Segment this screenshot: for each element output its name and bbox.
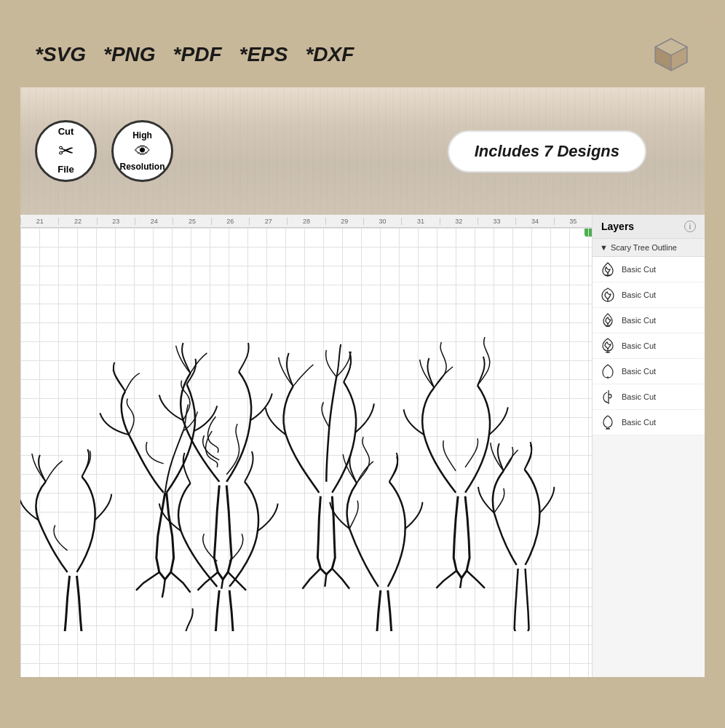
tree-canvas-svg xyxy=(20,274,592,631)
layer-label: Basic Cut xyxy=(622,316,656,325)
header-bar: *SVG *PNG *PDF *EPS *DXF xyxy=(20,22,705,87)
tree-drawings xyxy=(20,228,592,677)
layer-group-header[interactable]: ▼ Scary Tree Outline xyxy=(593,239,705,257)
info-icon[interactable]: i xyxy=(684,221,696,232)
layer-thumb-icon xyxy=(600,338,616,354)
box-3d-icon xyxy=(652,36,690,74)
list-item[interactable]: Basic Cut xyxy=(593,359,705,384)
triangle-icon: ▼ xyxy=(600,243,608,252)
list-item[interactable]: Basic Cut xyxy=(593,333,705,359)
ruler: 21 22 23 24 25 26 27 28 29 30 31 32 33 3… xyxy=(20,215,592,228)
wood-banner: Cut ✂ File High 👁 Resolution Includes 7 … xyxy=(20,87,705,215)
outer-frame: *SVG *PNG *PDF *EPS *DXF Cut ✂ File xyxy=(13,15,712,713)
layer-thumb-icon xyxy=(600,287,616,303)
format-dxf: *DXF xyxy=(305,43,354,66)
layer-thumb-icon xyxy=(600,389,616,405)
layer-thumb-icon xyxy=(600,363,616,379)
scissors-icon: ✂ xyxy=(58,140,74,162)
format-png: *PNG xyxy=(103,43,156,66)
panel-header: Layers i xyxy=(593,215,705,239)
list-item[interactable]: Basic Cut xyxy=(593,384,705,410)
layer-label: Basic Cut xyxy=(622,418,656,427)
ruler-mark: 21 xyxy=(20,218,58,225)
tree-4 xyxy=(404,337,508,588)
cut-label-top: Cut xyxy=(58,126,74,138)
layer-thumb-icon xyxy=(600,261,616,277)
high-res-badge: High 👁 Resolution xyxy=(111,120,173,182)
ruler-mark: 28 xyxy=(287,218,325,225)
tree-6 xyxy=(159,451,278,631)
high-res-label-top: High xyxy=(132,130,152,142)
list-item[interactable]: Basic Cut xyxy=(593,308,705,333)
footer-bar xyxy=(20,677,705,706)
high-res-label-bottom: Resolution xyxy=(120,161,165,173)
main-content: Cut ✂ File High 👁 Resolution Includes 7 … xyxy=(20,87,705,677)
tree-8 xyxy=(478,442,554,631)
layer-label: Basic Cut xyxy=(622,265,656,274)
ruler-mark: 35 xyxy=(554,218,592,225)
tree-5 xyxy=(20,449,111,631)
format-pdf: *PDF xyxy=(173,43,222,66)
layer-label: Basic Cut xyxy=(622,290,656,299)
tree-1 xyxy=(100,358,217,597)
list-item[interactable]: Basic Cut xyxy=(593,257,705,282)
list-item[interactable]: Basic Cut xyxy=(593,282,705,308)
tree-3 xyxy=(266,344,374,588)
ruler-mark: 30 xyxy=(363,218,401,225)
ruler-mark: 22 xyxy=(58,218,96,225)
ruler-mark: 32 xyxy=(440,218,478,225)
tree-2 xyxy=(159,342,272,590)
side-panel: Layers i ▼ Scary Tree Outline Basic Cut xyxy=(592,215,705,677)
group-name: Scary Tree Outline xyxy=(611,243,677,252)
ruler-mark: 29 xyxy=(325,218,363,225)
list-item[interactable]: Basic Cut xyxy=(593,410,705,435)
grid-canvas: 21 22 23 24 25 26 27 28 29 30 31 32 33 3… xyxy=(20,215,592,677)
canvas-area: 21 22 23 24 25 26 27 28 29 30 31 32 33 3… xyxy=(20,215,705,677)
format-labels: *SVG *PNG *PDF *EPS *DXF xyxy=(35,43,354,66)
ruler-mark: 31 xyxy=(401,218,439,225)
ruler-mark: 24 xyxy=(135,218,173,225)
ruler-mark: 27 xyxy=(249,218,287,225)
layer-label: Basic Cut xyxy=(622,392,656,401)
cut-label-bottom: File xyxy=(58,164,74,176)
includes-badge: Includes 7 Designs xyxy=(448,130,646,173)
ruler-marks: 21 22 23 24 25 26 27 28 29 30 31 32 33 3… xyxy=(20,218,592,225)
layer-label: Basic Cut xyxy=(622,367,656,376)
tree-7 xyxy=(330,437,422,631)
ruler-mark: 23 xyxy=(97,218,135,225)
panel-title: Layers xyxy=(601,221,634,232)
layer-thumb-icon xyxy=(600,414,616,430)
ruler-mark: 34 xyxy=(515,218,553,225)
ruler-mark: 33 xyxy=(478,218,515,225)
cut-file-badge: Cut ✂ File xyxy=(35,120,97,182)
format-svg: *SVG xyxy=(35,43,86,66)
format-eps: *EPS xyxy=(239,43,288,66)
ruler-mark: 26 xyxy=(211,218,249,225)
ruler-mark: 25 xyxy=(173,218,210,225)
eye-icon: 👁 xyxy=(135,142,151,161)
layer-label: Basic Cut xyxy=(622,341,656,350)
grid-background xyxy=(20,228,592,677)
layer-thumb-icon xyxy=(600,312,616,328)
